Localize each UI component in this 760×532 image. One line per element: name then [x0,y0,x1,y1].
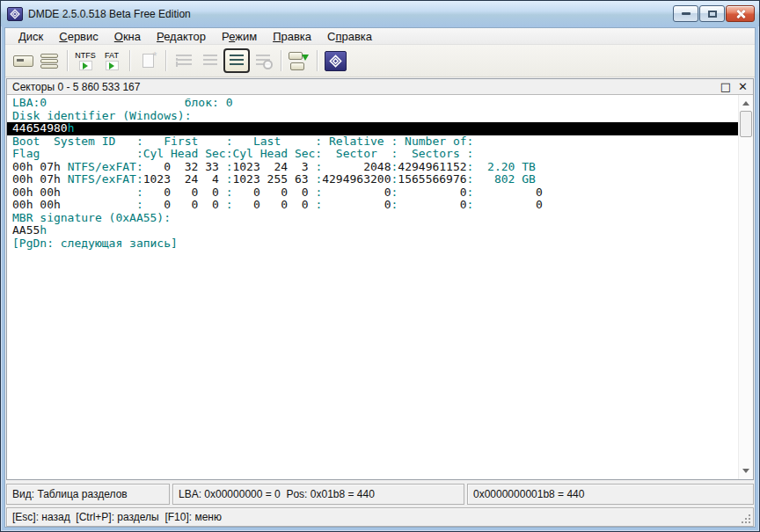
editor-text-segment: Boot System ID : First : Last : Relative… [12,135,473,148]
title-bar: DMDE 2.5.0.518 Beta Free Edition [1,1,759,26]
menu-edit[interactable]: Правка [265,29,319,44]
toolbar-disk-button[interactable] [10,47,36,74]
editor-text-segment: : [61,186,143,199]
editor-text-segment: 0 [322,186,391,199]
toolbar-search-view-button[interactable] [250,47,276,74]
menu-service[interactable]: Сервис [51,29,106,44]
sectors-panel: Секторы 0 - 5 860 533 167 □ ✕ LBA:0 блок… [6,78,754,480]
editor-line[interactable]: MBR signature (0xAA55): [7,212,738,225]
dmde-logo-icon [325,51,347,71]
toolbar-separator [129,50,130,71]
editor-text-segment: 2048 [322,160,391,173]
editor-line[interactable]: Boot System ID : First : Last : Relative… [7,135,738,149]
toolbar-dmde-button[interactable] [322,47,348,74]
hint-text: [Esc]: назад [Ctrl+P]: разделы [F10]: ме… [12,511,222,523]
new-volume-icon [142,54,154,68]
toolbar: NTFS FAT [5,45,755,77]
editor-line[interactable]: 44654980h [7,122,738,135]
scroll-down-icon[interactable] [742,469,749,473]
sectors-panel-header: Секторы 0 - 5 860 533 167 □ ✕ [7,79,753,95]
menu-windows[interactable]: Окна [106,29,149,44]
close-button[interactable] [726,5,755,22]
menu-disk[interactable]: Диск [11,29,51,44]
toolbar-new-volume-button[interactable] [135,47,161,74]
editor-line[interactable]: 00h 07h NTFS/exFAT:1023 24 4 :1023 255 6… [7,173,738,186]
toolbar-separator [281,50,281,71]
panel-maximize-button[interactable]: □ [720,81,731,92]
editor-text-segment: 00h 07h [12,172,68,186]
editor-text-segment: NTFS/exFAT: [68,172,143,186]
volumes-stack-icon [40,54,58,69]
toolbar-open-volume-button[interactable] [286,47,312,74]
editor-text-segment: Disk identifier (Windows): [12,109,192,122]
app-icon[interactable] [7,7,23,21]
editor-text-segment: AA55 [12,223,40,237]
editor-text-segment: 0 [398,198,466,211]
search-view-icon [256,55,270,67]
editor-text-segment: 0 32 33 [143,160,226,173]
fat-play-icon [106,61,119,70]
editor-line[interactable]: 00h 07h NTFS/exFAT: 0 32 33 :1023 24 3 :… [7,161,738,174]
status-lba-pos: LBA: 0x00000000 = 0 Pos: 0x01b8 = 440 [172,484,464,505]
toolbar-fat-scan-button[interactable]: FAT [99,47,125,74]
window-title: DMDE 2.5.0.518 Beta Free Edition [28,8,191,20]
editor-lines: LBA:0 блок: 0Disk identifier (Windows):4… [7,97,738,250]
minimize-icon [682,12,691,15]
editor-text-segment: 1023 24 3 [232,160,315,173]
panel-close-button[interactable]: ✕ [738,81,748,92]
editor-text-segment: h [68,121,75,135]
maximize-button[interactable] [699,5,725,22]
status-offset: 0x0000000001b8 = 440 [467,484,754,505]
toolbar-separator [165,50,166,71]
editor-text-segment: 0 [473,186,542,199]
editor-text-segment: 0 0 0 [232,186,315,199]
editor-text-segment: 00h 00h [12,186,61,199]
editor-text-segment: 0 0 0 [143,198,226,211]
editor-line[interactable]: 00h 00h : 0 0 0 : 0 0 0 : 0: 0: 0 [7,199,738,212]
hint-bar: [Esc]: назад [Ctrl+P]: разделы [F10]: ме… [5,505,755,527]
ntfs-label: NTFS [75,51,96,60]
toolbar-separator [67,50,68,71]
editor-line[interactable]: LBA:0 блок: 0 [7,97,738,110]
editor-line[interactable]: Flag :Cyl Head Sec:Cyl Head Sec: Sector … [7,148,738,161]
editor-text-segment: 0 0 0 [143,186,226,199]
vertical-scrollbar[interactable] [738,95,753,479]
toolbar-list-view-button[interactable] [197,47,223,74]
client-area: ДискСервисОкнаРедакторРежимПравкаСправка… [4,27,756,528]
editor-line[interactable]: 00h 00h : 0 0 0 : 0 0 0 : 0: 0: 0 [7,186,738,200]
scrollbar-thumb[interactable] [740,111,752,137]
editor-text-segment: LBA:0 блок: 0 [12,96,232,109]
editor-text-segment: 1565566976 [398,172,466,186]
menu-mode[interactable]: Режим [214,29,265,44]
editor-text-segment: 00h 00h [12,198,61,211]
hint-text-cell: [Esc]: назад [Ctrl+P]: разделы [F10]: ме… [6,507,754,527]
status-bar: Вид: Таблица разделов LBA: 0x00000000 = … [5,481,755,505]
editor-text-segment: 0 [322,198,391,211]
caption-buttons [673,5,755,22]
toolbar-sector-view-button[interactable] [223,48,250,73]
editor-text-segment: 4294961152 [398,160,466,173]
sectors-panel-title: Секторы 0 - 5 860 533 167 [12,81,713,93]
resize-grip[interactable] [741,514,751,524]
toolbar-ntfs-scan-button[interactable]: NTFS [72,47,99,74]
maximize-icon [708,11,717,18]
toolbar-tree-view-button[interactable] [171,47,197,74]
tree-view-icon [176,55,192,67]
editor-text-segment: 0 [473,198,542,211]
editor-text-segment: [PgDn: следующая запись] [12,237,178,250]
editor-line[interactable]: [PgDn: следующая запись] [7,237,738,251]
toolbar-volumes-button[interactable] [36,47,62,74]
editor-text-segment: : [61,198,143,211]
status-view-mode: Вид: Таблица разделов [6,484,170,505]
menu-editor[interactable]: Редактор [149,29,214,44]
editor-line[interactable]: AA55h [7,224,738,237]
editor-line[interactable]: Disk identifier (Windows): [7,110,738,123]
editor-text-segment: NTFS/exFAT: [68,160,143,173]
ntfs-play-icon [79,61,92,70]
scroll-up-icon[interactable] [742,101,749,106]
editor-text-segment: Flag :Cyl Head Sec:Cyl Head Sec: Sector … [12,147,473,160]
open-volume-icon [288,52,311,70]
sector-editor: LBA:0 блок: 0Disk identifier (Windows):4… [7,95,753,479]
menu-help[interactable]: Справка [319,29,380,44]
minimize-button[interactable] [673,5,698,22]
